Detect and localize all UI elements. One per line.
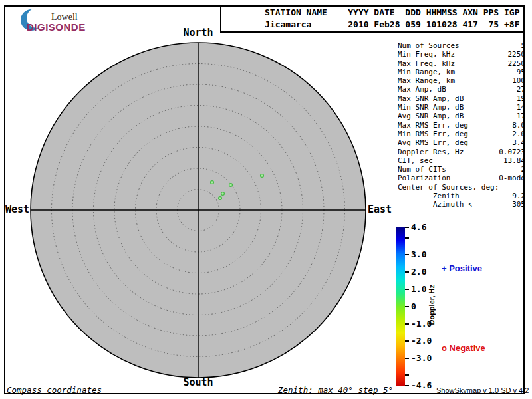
stat-row: PolarizationO-mode [398,174,525,182]
compass-label-west: West [5,203,29,215]
stat-value: 0.0723 [499,148,525,156]
stat-value: 2 [521,165,525,174]
stat-value: 27 [517,85,525,94]
stat-row: Doppler Res, Hz0.0723 [398,148,525,156]
colorbar-title: Doppler, Hz [428,285,436,325]
stat-row: Azimuth ↖305 [398,200,525,209]
stat-row: Avg SNR Amp, dB17 [398,112,525,120]
source-point [211,181,214,184]
stat-row: Num of Sources5 [398,41,525,50]
source-point [261,174,264,178]
stat-value: O-mode [499,174,525,182]
stat-label: Doppler Res, Hz [398,148,464,156]
stat-label: Num of Sources [398,41,460,50]
stat-row: Num of CITs2 [398,165,525,174]
stat-row: Max Amp, dB27 [398,85,525,94]
stat-value: 8.0 [512,121,525,130]
colorbar-tick [405,385,409,386]
colorbar-tick [405,237,409,239]
stat-label: Max RMS Err, deg [398,121,468,130]
colorbar-tick-label: 3.0 [411,250,426,259]
stat-label: Min RMS Err, deg [398,130,468,138]
stat-row: Min RMS Err, deg2.0 [398,130,525,138]
colorbar-tick-label: -4.6 [411,381,432,390]
colorbar-tick [405,358,409,359]
colorbar-tick [405,340,409,342]
stat-label: Num of CITs [398,165,446,174]
stat-label: Avg SNR Amp, dB [398,112,464,120]
footer-coordinates: Compass coordinates [7,385,102,395]
stat-label: Min Freq, kHz [398,50,455,59]
colorbar-tick-label: -3.0 [411,354,432,363]
stat-value: 17 [517,112,525,120]
stat-value: 2250 [508,50,526,59]
stat-value: 19 [517,94,525,103]
compass-label-east: East [368,203,392,215]
legend-negative: o Negative [442,343,485,353]
stat-label: Avg RMS Err, deg [398,138,468,147]
stat-label: Max Freq, kHz [398,59,455,68]
stat-row: Avg RMS Err, deg3.4 [398,138,525,147]
footer-zenith-scale: Zenith: max 40° step 5° [278,385,393,395]
stat-label: Max Range, km [398,76,455,85]
stat-row: Min Range, km95 [398,68,525,76]
stat-value: 305 [512,200,525,209]
source-point [219,197,222,200]
colorbar-tick [405,271,409,273]
stat-value: 100 [512,76,525,85]
colorbar-tick [405,254,409,255]
stat-row: Max Freq, kHz2250 [398,59,525,68]
stat-label: Max SNR Amp, dB [398,94,464,103]
colorbar-tick-label: -2.0 [411,336,432,346]
stat-row: Min SNR Amp, dB14 [398,103,525,112]
doppler-colorbar [396,227,405,386]
source-point [221,192,225,196]
stat-label: Azimuth ↖ [398,200,473,209]
skymap-plot [0,0,399,399]
stat-value: 5 [521,41,525,50]
stat-row: CIT, sec13.84 [398,156,525,165]
stat-value: 95 [517,68,525,76]
stat-label: Min SNR Amp, dB [398,103,464,112]
stat-row: Min Freq, kHz2250 [398,50,525,59]
stats-panel: Num of Sources5Min Freq, kHz2250Max Freq… [398,41,525,209]
colorbar-tick-label: 1.0 [411,285,426,294]
colorbar-tick [405,374,409,376]
stat-value: 13.84 [503,156,525,165]
colorbar-tick [405,227,409,228]
stat-value: 2.0 [512,130,525,138]
stat-value: 14 [517,103,525,112]
source-point [229,184,233,187]
compass-label-south: South [183,376,213,388]
stat-label: Zenith [398,192,460,200]
legend-positive: + Positive [442,263,482,273]
stat-value: 2250 [508,59,526,68]
stat-value: 3.4 [512,138,525,147]
stat-label: Min Range, km [398,68,455,76]
colorbar-tick-label: 2.0 [411,267,426,277]
stat-row: Max Range, km100 [398,76,525,85]
stat-row: Max SNR Amp, dB19 [398,94,525,103]
stat-label: Center of Sources, deg: [398,183,499,192]
colorbar-tick [405,306,409,307]
stat-row: Max RMS Err, deg8.0 [398,121,525,130]
footer-version: ShowSkymap v 1.0 SD v 4.2 [436,386,529,394]
compass-label-north: North [183,27,213,39]
stat-value: 9.2 [512,192,525,200]
colorbar-tick [405,289,409,290]
stat-label: Polarization [398,174,450,182]
stat-label: CIT, sec [398,156,433,165]
stat-row: Zenith9.2 [398,192,525,200]
colorbar-tick-label: 4.6 [411,223,426,232]
stat-row: Center of Sources, deg: [398,183,525,192]
colorbar-tick [405,323,409,325]
stat-label: Max Amp, dB [398,85,446,94]
colorbar-tick-label: 0 [411,302,416,311]
